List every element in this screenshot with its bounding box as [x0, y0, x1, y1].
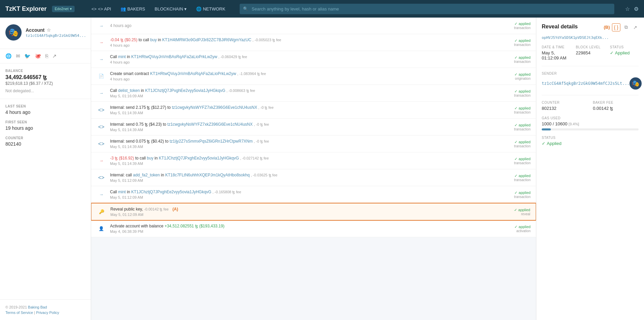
tx-status: ✓ applied transaction	[500, 106, 531, 114]
tx-description: 4 hours ago	[110, 23, 496, 28]
contract-link[interactable]: KT1JChztjQ7JPxghEe2vyy5ovia1JyHGkqvG	[131, 190, 211, 194]
counter-value: 802132	[542, 106, 588, 111]
final-status-section: Status ✓ Applied	[542, 136, 639, 146]
table-row[interactable]: <> Internal: send 0.075 ꜩ ($0.42) to tz1…	[91, 136, 536, 152]
status-badge: ✓ applied	[500, 72, 531, 77]
contract-link[interactable]: KT1H4tMRW3o9GdPJ3r82ZC7BJiR6WgmYazUC	[162, 38, 251, 42]
share-icon[interactable]: ↗	[52, 53, 57, 59]
tx-type: transaction	[500, 127, 531, 131]
table-row[interactable]: <> Internal: send 0.75 ꜩ ($4.23) to tz1c…	[91, 119, 536, 136]
action-link[interactable]: buy	[150, 38, 157, 42]
sender-section: Sender tz1cCG4Af5qkgBr2zGkG9W54mfCJ2s5Lt…	[542, 72, 639, 95]
sidebar-footer: © 2019-2021 Baking Bad Terms of Service …	[0, 299, 91, 320]
contract-link[interactable]: KT1HRtwQVuyJnVmBAsRqAFa2aLioPrkLw2yw	[150, 71, 236, 76]
gas-label: Gas used	[542, 116, 639, 120]
table-row[interactable]: → Call delist_token in KT1JChztjQ7JPxghE…	[91, 85, 536, 102]
tx-description: -0.04 ꜩ ($0.25) to call buy in KT1H4tMRW…	[110, 38, 496, 42]
email-icon[interactable]: ✉	[16, 53, 20, 59]
balance-label: BALANCE	[5, 69, 85, 73]
table-row[interactable]: → Call mint in KT1HRtwQVuyJnVmBAsRqAFa2a…	[91, 51, 536, 68]
block-field: Block level 229854	[576, 45, 605, 60]
share-panel-button[interactable]: ↗	[632, 23, 639, 31]
tx-type: transaction	[500, 110, 531, 114]
baking-bad-link[interactable]: Baking Bad	[28, 305, 47, 309]
settings-icon[interactable]: ⚙	[634, 6, 639, 12]
network-selector[interactable]: Edo2net ▾	[52, 6, 75, 12]
tx-time: 4 hours ago	[110, 77, 496, 81]
tx-content: Call mint in KT1HRtwQVuyJnVmBAsRqAFa2aLi…	[110, 54, 496, 64]
address-link[interactable]: tz1cwgvkyNsWYFZ7xkZ396G6Eve1cNU4usNX	[172, 105, 257, 110]
contract-link[interactable]: KT1HRtwQVuyJnVmBAsRqAFa2aLioPrkLw2yw	[131, 54, 217, 59]
table-row[interactable]: 📄 Create smart contract KT1HRtwQVuyJnVmB…	[91, 68, 536, 85]
tx-status: ✓ applied transaction	[500, 55, 531, 64]
json-view-button[interactable]: { }	[612, 23, 620, 31]
nav-network[interactable]: 🌐 NETWORK	[193, 4, 229, 14]
table-row[interactable]: → 4 hours ago ✓ applied transaction	[91, 18, 536, 34]
tx-description: Reveal public key, -0.00142 ꜩ fee (A)	[110, 207, 496, 212]
status-field: Status ✓ Applied	[610, 45, 639, 60]
github-icon[interactable]: 🐙	[35, 53, 41, 59]
favorite-star-icon[interactable]: ☆	[47, 27, 51, 33]
search-input[interactable]	[240, 4, 614, 14]
tx-status: ✓ applied transaction	[500, 140, 531, 148]
arrow-right-icon: →	[97, 89, 106, 98]
address-link[interactable]: tz1ijy2Z7sSmmxPqsZ6iGRn1ZHrCtpwR7XNm	[169, 139, 252, 144]
nav-bakers[interactable]: 👥 BAKERS	[117, 4, 149, 14]
contract-link[interactable]: KT18c7FLtN6uhhhXQEPJm1kQyAtHbo8sokhq	[165, 173, 249, 177]
action-link[interactable]: add_fa2_token	[133, 173, 160, 177]
hash-link[interactable]: opHVJ5YdYa5DSK1pVDSEJt3qEXk...	[542, 35, 609, 40]
action-link[interactable]: mint	[118, 54, 126, 59]
tx-content: -3 ꜩ ($16.92) to call buy in KT1JChztjQ7…	[110, 156, 496, 166]
tx-description: Call mint in KT1JChztjQ7JPxghEe2vyy5ovia…	[110, 190, 496, 194]
copy-icon[interactable]: ⎘	[45, 53, 48, 59]
nav-api[interactable]: <> <> API	[88, 4, 114, 14]
chevron-down-icon: ▾	[70, 7, 72, 11]
delegation-status: Not delegated...	[5, 89, 85, 93]
final-status-value: ✓ Applied	[542, 141, 639, 146]
twitter-icon[interactable]: 🐦	[24, 53, 31, 59]
privacy-link[interactable]: Privacy Policy	[36, 311, 59, 315]
tx-time: 4 hours ago	[110, 43, 496, 47]
copy-panel-button[interactable]: ⧉	[623, 23, 629, 31]
tx-time: May 5, 01:14:39 AM	[110, 111, 496, 115]
contract-link[interactable]: KT1JChztjQ7JPxghEe2vyy5ovia1JyHGkqvG	[159, 156, 239, 161]
star-icon[interactable]: ☆	[625, 6, 630, 12]
tx-description: Internal: send 0.075 ꜩ ($0.42) to tz1ijy…	[110, 139, 496, 144]
tx-content: Activate account with balance +34,512.08…	[110, 224, 496, 233]
counter-stat: COUNTER 802140	[5, 136, 85, 147]
nav-blockchain[interactable]: BLOCKCHAIN ▾	[151, 4, 190, 14]
table-row[interactable]: <> Internal: send 2.175 ꜩ ($12.27) to tz…	[91, 102, 536, 119]
tx-description: Create smart contract KT1HRtwQVuyJnVmBAs…	[110, 71, 496, 76]
counter-label: COUNTER	[5, 136, 85, 140]
status-badge: ✓ applied	[500, 208, 530, 212]
table-row[interactable]: → Call mint in KT1JChztjQ7JPxghEe2vyy5ov…	[91, 186, 536, 203]
balance-value: 34,492.646567 ꜩ	[5, 74, 85, 80]
action-link[interactable]: delist_token	[118, 88, 140, 93]
tx-status: ✓ applied transaction	[500, 89, 531, 97]
table-row[interactable]: → -0.04 ꜩ ($0.25) to call buy in KT1H4tM…	[91, 34, 536, 51]
sender-address-link[interactable]: tz1cCG4Af5qkgBr2zGkG9W54mfCJ2s5Lt...	[542, 81, 629, 86]
tx-status: ✓ applied transaction	[500, 174, 531, 182]
tx-description: Internal: call add_fa2_token in KT18c7FL…	[110, 173, 496, 177]
action-link[interactable]: mint	[118, 190, 126, 194]
last-seen-value: 4 hours ago	[5, 109, 85, 115]
contract-link[interactable]: KT1JChztjQ7JPxghEe2vyy5ovia1JyHGkqvG	[145, 88, 225, 93]
gas-bar-container	[542, 128, 639, 130]
tx-type: transaction	[500, 94, 531, 97]
status-badge: ✓ applied	[500, 140, 531, 144]
table-row[interactable]: → -3 ꜩ ($16.92) to call buy in KT1JChztj…	[91, 152, 536, 169]
tx-description: Call mint in KT1HRtwQVuyJnVmBAsRqAFa2aLi…	[110, 54, 496, 59]
action-link[interactable]: buy	[147, 156, 153, 161]
table-row-highlighted[interactable]: 🔑 Reveal public key, -0.00142 ꜩ fee (A) …	[91, 203, 536, 221]
tx-type: transaction	[500, 178, 531, 182]
address-link[interactable]: tz1cwgvkyNsWYFZ7xkZ396G6Eve1cNU4usNX	[167, 122, 253, 127]
tx-status: ✓ applied origination	[500, 72, 531, 80]
counter-baker-grid: Counter 802132 Baker fee 0.00142 ꜩ	[542, 101, 639, 111]
table-row[interactable]: <> Internal: call add_fa2_token in KT18c…	[91, 169, 536, 186]
last-seen-stat: LAST SEEN 4 hours ago	[5, 104, 85, 115]
tos-link[interactable]: Terms of Service	[5, 311, 33, 315]
website-icon[interactable]: 🌐	[5, 53, 12, 59]
tx-type: activation	[500, 229, 531, 233]
block-label: Block level	[576, 45, 605, 49]
table-row[interactable]: 👤 Activate account with balance +34,512.…	[91, 220, 536, 237]
